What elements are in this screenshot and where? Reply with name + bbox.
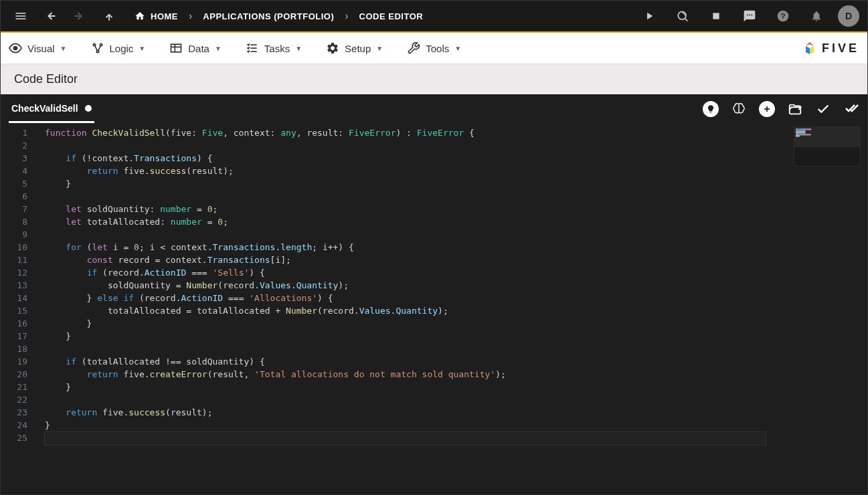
menu-tools-label: Tools [426,43,449,54]
code-line[interactable]: return five.createError(result, 'Total a… [45,368,867,381]
line-number: 3 [1,152,27,165]
chat-icon[interactable] [737,4,762,28]
menu-setup[interactable]: Setup▼ [326,41,383,55]
stop-icon[interactable] [704,4,728,28]
code-line[interactable]: totalAllocated = totalAllocated + Number… [45,304,867,317]
code-line[interactable] [45,342,867,355]
menu-data[interactable]: Data▼ [169,41,222,55]
breadcrumb-applications[interactable]: APPLICATIONS (PORTFOLIO) [203,11,334,21]
code-line[interactable]: if (!context.Transactions) { [45,152,867,165]
menu-visual[interactable]: Visual▼ [9,41,67,55]
check-icon[interactable] [815,101,831,117]
line-number: 12 [1,266,27,279]
bell-icon[interactable] [804,4,829,28]
line-number: 19 [1,355,27,368]
editor-tab[interactable]: CheckValidSell [9,96,94,123]
code-line[interactable]: } [45,381,867,393]
minimap-viewport[interactable] [794,127,860,147]
svg-text:?: ? [780,11,785,20]
line-number: 2 [1,139,27,152]
breadcrumb-editor[interactable]: CODE EDITOR [359,11,424,21]
home-icon [135,11,145,21]
code-line[interactable]: function CheckValidSell(five: Five, cont… [45,126,867,139]
help-icon[interactable]: ? [771,4,795,28]
svg-marker-23 [810,46,814,54]
line-number: 20 [1,368,27,381]
code-line[interactable]: const record = context.Transactions[i]; [45,254,867,266]
line-number: 16 [1,317,27,330]
breadcrumb: HOME › APPLICATIONS (PORTFOLIO) › CODE E… [135,10,423,22]
logo: FIVE [802,40,859,56]
breadcrumb-applications-label: APPLICATIONS (PORTFOLIO) [203,11,334,21]
line-number: 4 [1,165,27,177]
editor-header: CheckValidSell ➜ [1,94,867,124]
svg-point-11 [14,47,17,50]
hint-icon[interactable] [703,101,719,117]
menu-logic[interactable]: Logic▼ [91,41,146,55]
brain-icon[interactable] [731,101,747,117]
code-line[interactable]: } else if (record.ActionID === 'Allocati… [45,292,867,304]
check-all-icon[interactable] [843,101,859,117]
code-line[interactable]: if (totalAllocated !== soldQuantity) { [45,355,867,368]
data-table-icon [169,41,183,55]
svg-point-6 [678,11,686,19]
avatar[interactable]: D [838,5,859,27]
add-icon[interactable] [759,101,775,117]
minimap[interactable]: ████ ████████████ ██ ████████ ██████████… [794,126,861,167]
code-line[interactable]: soldQuantity = Number(record.Values.Quan… [45,279,867,292]
code-line[interactable]: if (record.ActionID === 'Sells') { [45,266,867,279]
menu-tasks[interactable]: Tasks▼ [246,41,302,55]
search-zoom-icon[interactable] [671,4,695,28]
folder-open-icon[interactable] [787,101,803,117]
caret-down-icon: ▼ [139,45,145,52]
code-line[interactable]: } [45,330,867,342]
code-line[interactable] [45,190,867,203]
play-icon[interactable] [637,4,661,28]
code-line[interactable]: let soldQuantity: number = 0; [45,203,867,215]
caret-down-icon: ▼ [376,45,383,52]
code-line[interactable]: return five.success(result); [45,406,867,419]
menu-tools[interactable]: Tools▼ [407,41,461,55]
nav-forward-icon [68,4,92,28]
svg-rect-15 [171,44,181,52]
code-line[interactable]: return five.success(result); [45,165,867,177]
caret-down-icon: ▼ [215,45,222,52]
line-gutter: 1234567891011121314151617181920212223242… [1,124,34,493]
svg-marker-22 [806,46,810,54]
top-left: HOME › APPLICATIONS (PORTFOLIO) › CODE E… [9,4,423,28]
code-line[interactable]: } [45,419,867,431]
code-line[interactable]: } [45,317,867,330]
code-line[interactable]: } [45,177,867,190]
line-number: 10 [1,241,27,254]
line-number: 7 [1,203,27,215]
menu-hamburger-icon[interactable] [9,4,33,28]
logic-icon [91,41,104,55]
top-bar: HOME › APPLICATIONS (PORTFOLIO) › CODE E… [1,1,867,33]
line-number: 21 [1,381,27,393]
code-line[interactable] [44,431,766,446]
page-title-bar: Code Editor [1,64,867,94]
code-area[interactable]: function CheckValidSell(five: Five, cont… [34,124,867,493]
line-number: 25 [1,431,27,444]
dirty-indicator-icon [85,105,92,112]
line-number: 1 [1,126,27,139]
menu-visual-label: Visual [27,43,55,54]
code-line[interactable]: let totalAllocated: number = 0; [45,215,867,228]
nav-up-icon[interactable] [97,4,121,28]
code-line[interactable] [45,139,867,152]
svg-point-14 [96,50,98,52]
chevron-right-icon: › [345,10,348,22]
nav-back-icon[interactable] [38,4,62,28]
eye-icon [9,41,22,55]
line-number: 24 [1,419,27,431]
caret-down-icon: ▼ [60,45,67,52]
menu-setup-label: Setup [345,43,371,54]
tasks-icon [246,41,259,55]
logo-text: FIVE [822,41,859,56]
code-line[interactable] [45,393,867,406]
breadcrumb-home[interactable]: HOME [135,11,178,21]
code-line[interactable]: for (let i = 0; i < context.Transactions… [45,241,867,254]
svg-marker-21 [806,42,814,46]
menu-bar: Visual▼ Logic▼ Data▼ Tasks▼ Setup▼ Tools… [1,33,867,64]
code-line[interactable] [45,228,867,241]
